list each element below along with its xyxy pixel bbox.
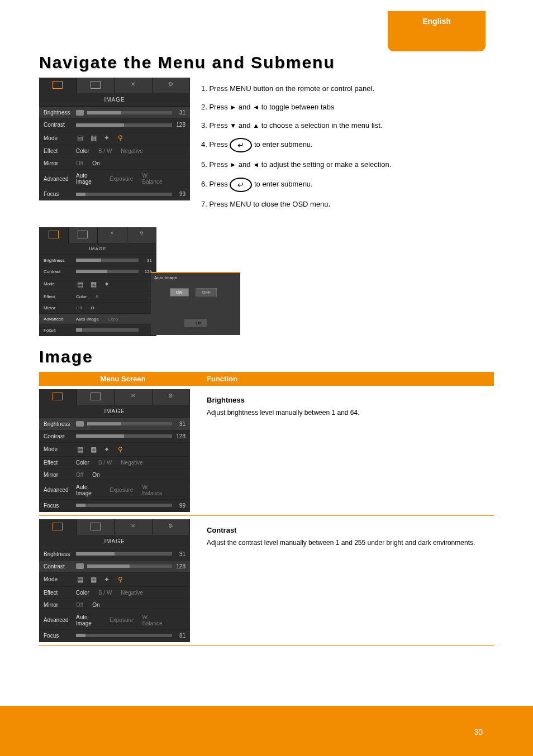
- fn-label: Contrast: [207, 525, 488, 536]
- osd-title: IMAGE: [39, 93, 190, 107]
- osd-row-mode: Mode ▤▦✦⚲: [39, 131, 190, 145]
- osd-tab-image: [39, 78, 77, 93]
- osd-tab-present: [77, 78, 115, 93]
- submenu-off: OFF: [196, 288, 217, 296]
- present-icon: [91, 523, 101, 530]
- effect-neg: Negative: [121, 148, 142, 154]
- mode-label: Mode: [44, 135, 76, 141]
- table-header: Menu Screen Function: [39, 372, 494, 386]
- gear-icon: ⚙: [168, 81, 173, 87]
- effect-bw: B / W: [98, 148, 112, 154]
- adv-wb: W. Balance: [142, 173, 166, 185]
- enter-icon-2: ↵: [230, 178, 252, 192]
- mirror-off: Off: [76, 160, 83, 166]
- advanced-label: Advanced: [44, 176, 76, 182]
- wrench-icon: ✕: [110, 231, 114, 236]
- col-menu-screen: Menu Screen: [39, 375, 201, 383]
- adv-exp: Exposure: [110, 176, 133, 182]
- osd-tab-settings: ⚙: [153, 78, 191, 93]
- enter-icon: ↵: [230, 138, 252, 152]
- gear-icon: ⚙: [168, 393, 173, 399]
- wrench-icon: ✕: [131, 523, 135, 529]
- effect-label: Effect: [44, 148, 76, 154]
- doc-icon: ▤: [76, 134, 84, 142]
- osd-tab-present-2: [69, 227, 98, 243]
- contrast-value: 128: [172, 122, 185, 128]
- image-icon: [53, 393, 63, 400]
- mirror-label: Mirror: [44, 160, 76, 166]
- adv-auto: Auto Image: [76, 173, 101, 185]
- fn-desc: Adjust the contrast level manually betwe…: [207, 538, 488, 548]
- heading-navigate: Navigate the Menu and Submenu: [39, 53, 494, 72]
- table-row: ✕ ⚙ IMAGE Brightness31 Contrast128 Mode▤…: [39, 516, 494, 646]
- mirror-options: OffOn: [76, 160, 172, 166]
- image-icon: [53, 523, 63, 530]
- mode-icons: ▤▦✦⚲: [76, 134, 172, 142]
- step-1: 1. Press MENU button on the remote or co…: [201, 83, 494, 95]
- osd-row-brightness: Brightness 31: [39, 107, 190, 119]
- effect-color: Color: [76, 148, 89, 154]
- image-table: Menu Screen Function ✕ ⚙ IMAGE Brightnes…: [39, 372, 494, 646]
- page-footer: [0, 706, 533, 756]
- contrast-label: Contrast: [44, 122, 76, 128]
- language-label: English: [422, 17, 451, 26]
- present-icon: [91, 81, 101, 89]
- mirror-on: On: [92, 160, 99, 166]
- present-icon: [91, 393, 101, 400]
- page-number: 30: [474, 728, 483, 736]
- contrast-slider: [76, 123, 172, 127]
- focus-slider: [76, 193, 172, 196]
- effect-options: ColorB / WNegative: [76, 148, 172, 154]
- left-arrow-icon: ◄: [253, 103, 259, 111]
- osd-row-advanced: Advanced Auto ImageExposureW. Balance: [39, 170, 190, 188]
- motion-icon: ✦: [103, 134, 111, 142]
- fn-desc: Adjust brightness level manually between…: [207, 408, 488, 418]
- osd-row-effect: Effect ColorB / WNegative: [39, 145, 190, 157]
- right-arrow-icon: ►: [230, 103, 236, 111]
- osd-tabs: ✕ ⚙: [39, 78, 190, 93]
- osd-row-focus: Focus 99: [39, 188, 190, 200]
- osd-title-2: IMAGE: [39, 243, 156, 255]
- wrench-icon: ✕: [131, 393, 135, 399]
- right-arrow-icon-2: ►: [230, 161, 236, 169]
- step-3: 3. Press ▼ and ▲ to choose a selection i…: [201, 120, 494, 132]
- wrench-icon: ✕: [131, 81, 135, 87]
- col-function: Function: [201, 375, 494, 383]
- osd-row-contrast: Contrast 128: [39, 119, 190, 131]
- present-icon: [78, 231, 88, 238]
- osd-tab-image-2: [39, 227, 69, 243]
- brightness-value: 31: [172, 109, 185, 116]
- step-4: 4. Press ↵ to enter submenu.: [201, 138, 494, 152]
- micro-icon: ⚲: [116, 134, 124, 142]
- step-5: 5. Press ► and ◄ to adjust the setting o…: [201, 159, 494, 171]
- fn-label: Brightness: [207, 395, 488, 406]
- advanced-options: Auto ImageExposureW. Balance: [76, 173, 172, 185]
- brightness-slider: [87, 111, 172, 114]
- instructions: 1. Press MENU button on the remote or co…: [201, 78, 494, 217]
- brightness-label: Brightness: [44, 109, 76, 116]
- down-arrow-icon: ▼: [230, 122, 236, 130]
- submenu-ok: OK: [184, 319, 207, 327]
- table-row: ✕ ⚙ IMAGE Brightness31 Contrast128 Mode▤…: [39, 386, 494, 516]
- osd-tab-tools: ✕: [115, 78, 153, 93]
- language-tab: English: [388, 11, 486, 51]
- function-brightness: Brightness Adjust brightness level manua…: [201, 389, 494, 512]
- osd-screenshot-submenu: ✕ ⚙ IMAGE Brightness31 Contrast128 Mode▤…: [39, 227, 240, 336]
- left-arrow-icon-2: ◄: [253, 161, 259, 169]
- osd-row-mirror: Mirror OffOn: [39, 157, 190, 170]
- submenu-title: Auto Image: [151, 273, 240, 283]
- osd-tab-settings-2: ⚙: [127, 227, 157, 243]
- function-contrast: Contrast Adjust the contrast level manua…: [201, 519, 494, 642]
- step-2: 2. Press ► and ◄ to toggle between tabs: [201, 102, 494, 113]
- osd-screenshot-main: ✕ ⚙ IMAGE Brightness 31 Contrast 128: [39, 78, 190, 200]
- focus-label: Focus: [44, 191, 76, 197]
- enter-key-icon: [76, 110, 84, 116]
- heading-image: Image: [39, 347, 494, 366]
- osd-tab-tools-2: ✕: [98, 227, 127, 243]
- focus-value: 99: [172, 191, 185, 197]
- image-icon: [49, 231, 59, 238]
- step-7: 7. Press MENU to close the OSD menu.: [201, 199, 494, 210]
- step-6: 6. Press ↵ to enter submenu.: [201, 178, 494, 192]
- photo-icon: ▦: [89, 134, 97, 142]
- gear-icon: ⚙: [168, 523, 173, 529]
